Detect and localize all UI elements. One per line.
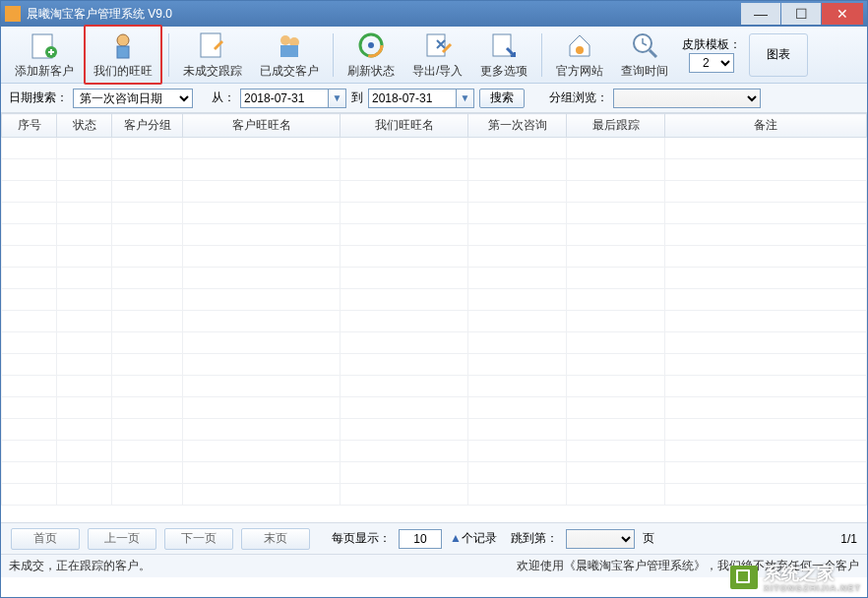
customer-table-area: 序号 状态 客户分组 客户旺旺名 我们旺旺名 第一次咨询 最后跟踪 备注 [1,113,867,522]
add-customer-label: 添加新客户 [15,63,74,80]
to-label: 到 [351,90,363,106]
jump-page-select[interactable] [566,529,635,549]
table-row[interactable] [2,268,867,289]
per-page-input[interactable] [399,529,442,549]
person-icon [107,30,139,61]
group-browse-select[interactable] [613,89,761,108]
last-page-button[interactable]: 末页 [241,528,310,550]
maximize-button[interactable]: ☐ [781,3,821,25]
date-search-label: 日期搜索： [9,90,68,106]
table-row[interactable] [2,311,867,332]
svg-rect-7 [280,45,298,57]
table-row[interactable] [2,289,867,311]
col-group[interactable]: 客户分组 [112,114,183,138]
per-page-label: 每页显示： [332,530,391,547]
people-icon [274,30,305,61]
not-tracked-button[interactable]: 未成交跟踪 [175,27,250,83]
table-row[interactable] [2,397,867,419]
dealt-customer-button[interactable]: 已成交客户 [252,27,327,83]
status-right: 欢迎使用《晨曦淘宝客户管理系统》，我们绝不放弃任何一个客户 [517,558,859,574]
col-remark[interactable]: 备注 [665,114,867,138]
import-export-label: 导出/导入 [412,63,463,80]
official-site-button[interactable]: 官方网站 [548,27,611,83]
toolbar-separator [541,33,542,77]
search-button[interactable]: 搜索 [479,89,525,108]
query-time-label: 查询时间 [621,63,668,80]
refresh-button[interactable]: 刷新状态 [340,27,403,83]
my-wangwang-button[interactable]: 我们的旺旺 [84,25,162,85]
skin-select[interactable]: 2 [689,53,734,73]
chart-button-label: 图表 [767,46,790,63]
table-row[interactable] [2,181,867,203]
minimize-button[interactable]: — [741,3,780,25]
add-customer-icon [29,30,60,61]
group-browse-label: 分组浏览： [549,90,608,106]
jump-label: 跳到第： [511,530,558,547]
page-info: 1/1 [840,532,857,546]
add-customer-button[interactable]: 添加新客户 [7,27,82,83]
table-row[interactable] [2,484,867,506]
query-time-button[interactable]: 查询时间 [613,27,676,83]
more-options-label: 更多选项 [480,63,527,80]
table-row[interactable] [2,354,867,376]
col-seq[interactable]: 序号 [2,114,57,138]
close-button[interactable]: ✕ [822,3,863,25]
toolbar-separator [168,33,169,77]
col-last-track[interactable]: 最后跟踪 [567,114,665,138]
my-wangwang-label: 我们的旺旺 [93,63,153,80]
app-icon [5,6,21,22]
skin-label: 皮肤模板： [682,36,741,53]
table-row[interactable] [2,224,867,246]
col-our-ww[interactable]: 我们旺旺名 [341,114,468,138]
to-date-dropdown-icon[interactable]: ▼ [457,89,474,108]
more-options-button[interactable]: 更多选项 [472,27,535,83]
prev-page-button[interactable]: 上一页 [88,528,156,550]
to-date-input[interactable] [368,89,457,108]
search-clock-icon [629,30,660,61]
customer-table: 序号 状态 客户分组 客户旺旺名 我们旺旺名 第一次咨询 最后跟踪 备注 [1,113,867,506]
more-options-icon [488,30,520,61]
searchbar: 日期搜索： 第一次咨询日期 从： ▼ 到 ▼ 搜索 分组浏览： [1,84,867,113]
refresh-icon [355,30,387,61]
table-row[interactable] [2,332,867,354]
from-date-dropdown-icon[interactable]: ▼ [329,89,346,108]
statusbar: 未成交，正在跟踪的客户。 欢迎使用《晨曦淘宝客户管理系统》，我们绝不放弃任何一个… [1,554,867,577]
toolbar: 添加新客户 我们的旺旺 未成交跟踪 已成交客户 刷新状态 [1,27,867,84]
window-title: 晨曦淘宝客户管理系统 V9.0 [27,6,740,23]
col-status[interactable]: 状态 [57,114,112,138]
svg-rect-3 [117,46,129,58]
svg-point-13 [576,46,584,54]
home-icon [564,30,595,61]
col-customer-ww[interactable]: 客户旺旺名 [183,114,341,138]
status-left: 未成交，正在跟踪的客户。 [9,558,151,574]
table-row[interactable] [2,376,867,397]
next-page-button[interactable]: 下一页 [164,528,233,550]
table-row[interactable] [2,462,867,484]
table-row[interactable] [2,246,867,268]
official-site-label: 官方网站 [556,63,603,80]
from-date-input[interactable] [240,89,329,108]
svg-rect-12 [493,34,511,56]
table-row[interactable] [2,441,867,462]
pager: 首页 上一页 下一页 末页 每页显示： ▲个记录 跳到第： 页 1/1 [1,522,867,554]
records-label: ▲个记录 [450,530,497,547]
document-pencil-icon [197,30,228,61]
table-row[interactable] [2,203,867,224]
chart-button[interactable]: 图表 [749,33,808,77]
not-tracked-label: 未成交跟踪 [183,63,242,80]
titlebar: 晨曦淘宝客户管理系统 V9.0 — ☐ ✕ [1,1,867,27]
col-first-consult[interactable]: 第一次咨询 [468,114,567,138]
refresh-label: 刷新状态 [347,63,395,80]
table-row[interactable] [2,159,867,181]
import-export-button[interactable]: 导出/导入 [404,27,470,83]
dealt-customer-label: 已成交客户 [260,63,319,80]
date-type-select[interactable]: 第一次咨询日期 [73,89,193,108]
import-export-icon [422,30,454,61]
watermark-sub: XITONGZHIJIA.NET [764,583,861,593]
first-page-button[interactable]: 首页 [11,528,80,550]
svg-point-10 [368,42,374,48]
from-label: 从： [212,90,235,106]
table-row[interactable] [2,138,867,159]
table-row[interactable] [2,419,867,441]
toolbar-separator [333,33,334,77]
